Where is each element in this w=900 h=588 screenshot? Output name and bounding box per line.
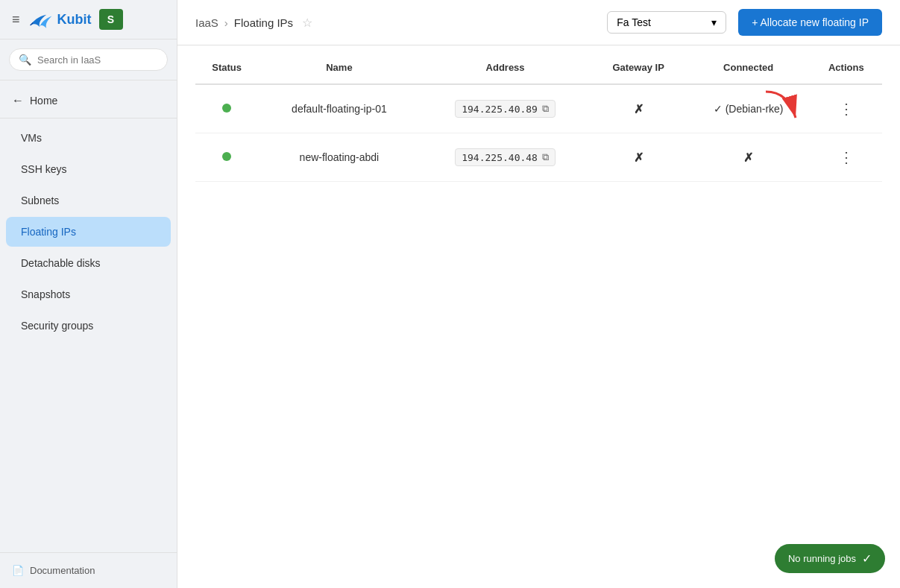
sidebar-item-snapshots[interactable]: Snapshots bbox=[6, 279, 171, 309]
connected-x-row2: ✗ bbox=[743, 151, 753, 164]
ip-badge-row1: 194.225.40.89 ⧉ bbox=[455, 100, 556, 118]
tenant-name: Fa Test bbox=[617, 16, 651, 28]
col-header-actions: Actions bbox=[811, 51, 882, 84]
chevron-down-icon: ▾ bbox=[711, 16, 717, 28]
sidebar-item-detachable-disks[interactable]: Detachable disks bbox=[6, 248, 171, 278]
table-row: new-floating-abdi 194.225.40.48 ⧉ ✗ ✗ bbox=[195, 133, 882, 182]
no-running-jobs-badge: No running jobs ✓ bbox=[775, 544, 885, 573]
ip-address-text-row1: 194.225.40.89 bbox=[462, 104, 538, 115]
copy-ip-icon-row1[interactable]: ⧉ bbox=[542, 103, 549, 115]
logo-kubit: Kubit bbox=[28, 9, 92, 30]
no-jobs-label: No running jobs bbox=[788, 553, 856, 564]
sidebar-item-home[interactable]: ← Home bbox=[0, 86, 177, 115]
breadcrumb: IaaS › Floating IPs ☆ bbox=[195, 16, 312, 30]
row1-actions: ⋮ bbox=[811, 84, 882, 133]
col-header-gateway-ip: Gateway IP bbox=[591, 51, 687, 84]
col-header-connected: Connected bbox=[687, 51, 811, 84]
row2-gateway: ✗ bbox=[591, 133, 687, 182]
document-icon: 📄 bbox=[12, 565, 24, 576]
row2-connected: ✗ bbox=[687, 133, 811, 182]
sidebar-footer-documentation[interactable]: 📄 Documentation bbox=[0, 552, 177, 588]
row1-more-button[interactable]: ⋮ bbox=[833, 97, 860, 121]
copy-ip-icon-row2[interactable]: ⧉ bbox=[542, 151, 549, 163]
connected-cell-row1: ✓ (Debian-rke) bbox=[693, 103, 805, 115]
status-active-dot-2 bbox=[222, 152, 231, 161]
table-row: default-floating-ip-01 194.225.40.89 ⧉ ✗… bbox=[195, 84, 882, 133]
sidebar-item-security-groups[interactable]: Security groups bbox=[6, 311, 171, 341]
row2-actions: ⋮ bbox=[811, 133, 882, 182]
favorite-star-icon[interactable]: ☆ bbox=[302, 16, 312, 30]
search-input[interactable] bbox=[37, 54, 158, 66]
nav-divider-top bbox=[0, 80, 177, 80]
topbar: IaaS › Floating IPs ☆ Fa Test ▾ + Alloca… bbox=[177, 0, 900, 45]
row2-address: 194.225.40.48 ⧉ bbox=[421, 133, 591, 182]
row2-name: new-floating-abdi bbox=[258, 133, 420, 182]
tenant-selector[interactable]: Fa Test ▾ bbox=[607, 11, 726, 34]
connected-check-row1: ✓ (Debian-rke) bbox=[714, 103, 784, 115]
row2-status bbox=[195, 133, 258, 182]
content-area: Status Name Address Gateway IP Connected… bbox=[177, 45, 900, 588]
breadcrumb-separator: › bbox=[224, 16, 228, 29]
row2-more-button[interactable]: ⋮ bbox=[833, 145, 860, 169]
home-arrow-icon: ← bbox=[12, 94, 24, 107]
row1-name: default-floating-ip-01 bbox=[258, 84, 420, 133]
row1-status bbox=[195, 84, 258, 133]
ip-address-text-row2: 194.225.40.48 bbox=[462, 152, 538, 163]
ip-badge-row2: 194.225.40.48 ⧉ bbox=[455, 148, 556, 166]
sidebar-item-floating-ips[interactable]: Floating IPs bbox=[6, 217, 171, 247]
documentation-label: Documentation bbox=[30, 565, 95, 576]
sidebar-item-vms[interactable]: VMs bbox=[6, 123, 171, 153]
breadcrumb-root: IaaS bbox=[195, 16, 218, 29]
main-content: IaaS › Floating IPs ☆ Fa Test ▾ + Alloca… bbox=[177, 0, 900, 588]
col-header-address: Address bbox=[421, 51, 591, 84]
kubit-logo-icon bbox=[28, 9, 54, 30]
sidebar-item-subnets[interactable]: Subnets bbox=[6, 186, 171, 215]
gateway-x-row1: ✗ bbox=[634, 103, 643, 116]
hamburger-icon[interactable]: ≡ bbox=[12, 12, 20, 28]
search-icon: 🔍 bbox=[19, 54, 31, 66]
breadcrumb-current: Floating IPs bbox=[234, 16, 293, 29]
col-header-status: Status bbox=[195, 51, 258, 84]
floating-ips-table: Status Name Address Gateway IP Connected… bbox=[195, 51, 882, 182]
kubit-logo-text: Kubit bbox=[57, 12, 92, 28]
sidebar-header: ≡ Kubit S bbox=[0, 0, 177, 39]
row1-connected: ✓ (Debian-rke) bbox=[687, 84, 811, 133]
search-box[interactable]: 🔍 bbox=[9, 48, 168, 71]
home-label: Home bbox=[30, 95, 57, 107]
nav-divider-mid bbox=[0, 118, 177, 118]
check-circle-icon: ✓ bbox=[862, 551, 872, 566]
status-active-dot bbox=[222, 104, 231, 113]
row1-gateway: ✗ bbox=[591, 84, 687, 133]
sidebar-nav: VMs SSH keys Subnets Floating IPs Detach… bbox=[0, 121, 177, 342]
allocate-floating-ip-button[interactable]: + Allocate new floating IP bbox=[738, 9, 882, 36]
col-header-name: Name bbox=[258, 51, 420, 84]
topbar-right: Fa Test ▾ + Allocate new floating IP bbox=[607, 9, 882, 36]
sidebar-item-ssh-keys[interactable]: SSH keys bbox=[6, 154, 171, 184]
sidebar: ≡ Kubit S 🔍 ← Home VMs SSH keys Subnets … bbox=[0, 0, 177, 588]
gateway-x-row2: ✗ bbox=[634, 151, 643, 164]
secondary-logo: S bbox=[99, 9, 123, 30]
row1-address: 194.225.40.89 ⧉ bbox=[421, 84, 591, 133]
